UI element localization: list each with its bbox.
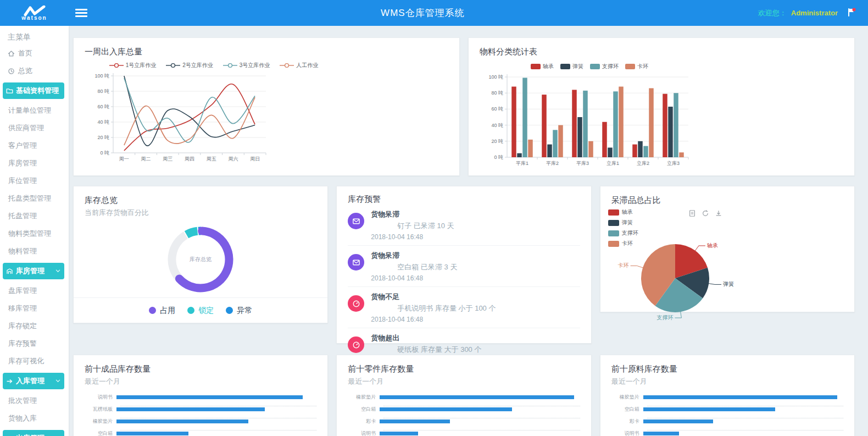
stagnant-pie-legend: 轴承弹簧支撑环卡环	[608, 208, 638, 247]
alert-item-2[interactable]: 货物不足手机说明书 库存量 小于 100 个2018-10-04 16:48	[348, 287, 580, 328]
hbar-gridline	[120, 412, 316, 418]
legend-item-人工作业[interactable]: 人工作业	[280, 62, 318, 69]
user-menu[interactable]: 欢迎您： Administrator	[758, 8, 856, 19]
hbar-label: 空白箱	[85, 430, 116, 436]
chevron-down-icon	[55, 267, 61, 275]
alert-title: 货物不足	[371, 292, 496, 302]
sidebar-subitem-label: 计量单位管理	[8, 106, 51, 115]
legend-item-2号立库作业[interactable]: 2号立库作业	[166, 62, 213, 69]
sidebar-group-21[interactable]: 出库管理	[3, 430, 64, 436]
material-category-legend: 轴承弹簧支撑环卡环	[480, 63, 699, 70]
sidebar-subitem-15[interactable]: 库存锁定	[0, 317, 69, 335]
hbar-bar[interactable]	[380, 395, 574, 399]
sidebar-subitem-9[interactable]: 托盘管理	[0, 207, 69, 225]
legend-item-弹簧[interactable]: 弹簧	[560, 63, 583, 70]
sidebar-nav: 首页总览基础资料管理计量单位管理供应商管理客户管理库房管理库位管理托盘类型管理托…	[0, 45, 69, 436]
sidebar-group-18[interactable]: 入库管理	[3, 373, 64, 389]
hbar-label: 说明书	[611, 430, 643, 436]
sidebar-section-label: 主菜单	[0, 26, 69, 45]
hbar-bar[interactable]	[643, 395, 837, 399]
hbar-bar[interactable]	[380, 407, 511, 411]
hbar-gridline	[120, 424, 316, 431]
brand-logo[interactable]: watson	[0, 0, 69, 26]
card-stagnant-ratio-title: 呆滞品总占比	[611, 195, 843, 206]
sidebar-subitem-20[interactable]: 货物入库	[0, 410, 69, 427]
hbar-row-0: 橡胶垫片	[348, 394, 580, 400]
card-top-parts: 前十零件库存数量 最近一个月 橡胶垫片空白箱彩卡说明书	[336, 355, 591, 436]
legend-item-轴承[interactable]: 轴承	[531, 63, 554, 70]
card-top-raw-title: 前十原料库存数量	[611, 364, 843, 374]
svg-text:平库3: 平库3	[576, 161, 589, 166]
sidebar-subitem-5[interactable]: 客户管理	[0, 137, 69, 154]
legend-item-轴承[interactable]: 轴承	[608, 208, 638, 216]
alert-item-1[interactable]: 货物呆滞空白箱 已呆滞 3 天2018-10-04 16:48	[348, 246, 580, 287]
alert-item-0[interactable]: 货物呆滞钉子 已呆滞 10 天2018-10-04 16:48	[348, 205, 580, 246]
sidebar-item-1[interactable]: 总览	[0, 62, 69, 80]
sidebar-subitem-10[interactable]: 物料类型管理	[0, 225, 69, 242]
svg-text:周三: 周三	[163, 156, 173, 162]
sidebar-group-2[interactable]: 基础资料管理	[3, 82, 64, 99]
sidebar-subitem-label: 移库管理	[8, 303, 37, 313]
download-icon[interactable]	[715, 209, 722, 219]
legend-item-异常[interactable]: 异常	[226, 306, 252, 316]
sidebar-subitem-11[interactable]: 物料管理	[0, 242, 69, 260]
sidebar-group-12[interactable]: 库房管理	[3, 263, 64, 279]
alert-title: 货物呆滞	[371, 251, 457, 261]
sidebar-subitem-4[interactable]: 供应商管理	[0, 119, 69, 137]
legend-item-支撑环[interactable]: 支撑环	[608, 229, 638, 237]
svg-text:60 吨: 60 吨	[97, 104, 109, 109]
sidebar-subitem-6[interactable]: 库房管理	[0, 154, 69, 172]
legend-item-占用[interactable]: 占用	[149, 306, 175, 316]
svg-text:周二: 周二	[141, 156, 151, 162]
sidebar-subitem-19[interactable]: 批次管理	[0, 392, 69, 410]
notification-flag-icon[interactable]	[847, 8, 856, 19]
card-inventory-alerts-title: 库存预警	[348, 194, 580, 205]
legend-item-锁定[interactable]: 锁定	[187, 306, 214, 316]
sidebar-subitem-3[interactable]: 计量单位管理	[0, 102, 69, 119]
sidebar-item-0[interactable]: 首页	[0, 45, 69, 62]
sidebar-subitem-13[interactable]: 盘库管理	[0, 282, 69, 300]
hbar-bar[interactable]	[116, 407, 265, 411]
sidebar-subitem-8[interactable]: 托盘类型管理	[0, 190, 69, 207]
hbar-bar[interactable]	[643, 407, 775, 411]
legend-item-卡环[interactable]: 卡环	[608, 240, 638, 247]
hbar-bar[interactable]	[116, 395, 303, 399]
hbar-label: 彩卡	[611, 418, 643, 425]
svg-text:平库2: 平库2	[546, 161, 559, 166]
svg-text:100 吨: 100 吨	[488, 74, 503, 80]
hbar-bar[interactable]	[116, 432, 188, 435]
refresh-icon[interactable]	[702, 209, 709, 219]
sidebar-subitem-17[interactable]: 库存可视化	[0, 352, 69, 370]
legend-item-3号立库作业[interactable]: 3号立库作业	[223, 62, 270, 69]
weekly-io-legend: 1号立库作业2号立库作业3号立库作业人工作业	[85, 62, 343, 69]
material-category-bar-chart: 0 吨20 吨40 吨60 吨80 吨100 吨平库1平库2平库3立库1立库2立…	[480, 70, 843, 177]
legend-item-卡环[interactable]: 卡环	[625, 63, 648, 70]
card-stagnant-ratio: 呆滞品总占比 轴承弹簧支撑环卡环 轴承弹簧支撑环卡环	[600, 186, 855, 312]
alert-description: 硬纸板 库存量 大于 300 个	[371, 345, 481, 355]
hbar-bar[interactable]	[380, 420, 450, 423]
sidebar-subitem-16[interactable]: 库存预警	[0, 335, 69, 352]
sidebar-subitem-7[interactable]: 库位管理	[0, 172, 69, 190]
menu-toggle-button[interactable]	[75, 7, 87, 19]
legend-item-弹簧[interactable]: 弹簧	[608, 219, 638, 227]
svg-text:60 吨: 60 吨	[491, 106, 503, 112]
legend-item-1号立库作业[interactable]: 1号立库作业	[109, 62, 157, 69]
hbar-gridline	[383, 400, 580, 406]
hbar-row-0: 橡胶垫片	[611, 394, 843, 400]
legend-item-支撑环[interactable]: 支撑环	[590, 63, 619, 70]
svg-text:20 吨: 20 吨	[491, 139, 503, 144]
sidebar-group-label: 入库管理	[16, 376, 44, 386]
hbar-label: 空白箱	[611, 406, 643, 413]
data-view-icon[interactable]	[688, 209, 696, 219]
hbar-bar[interactable]	[380, 432, 418, 435]
chevron-down-icon	[55, 377, 61, 385]
stagnant-pie-chart: 轴承弹簧支撑环卡环	[614, 239, 843, 323]
hbar-bar[interactable]	[116, 420, 248, 423]
hbar-bar[interactable]	[643, 420, 714, 423]
alert-title: 货物呆滞	[371, 209, 454, 219]
hbar-bar[interactable]	[643, 432, 680, 435]
alert-title: 货物超出	[371, 333, 481, 343]
hbar-gridline	[647, 400, 843, 406]
sidebar-subitem-14[interactable]: 移库管理	[0, 300, 69, 317]
svg-text:周一: 周一	[119, 156, 129, 162]
